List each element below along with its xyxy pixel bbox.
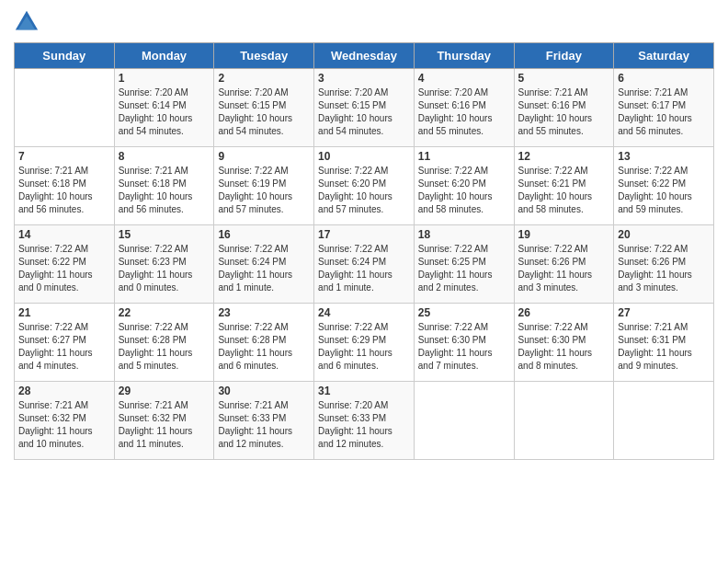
day-cell: 30Sunrise: 7:21 AM Sunset: 6:33 PM Dayli… bbox=[214, 382, 314, 460]
day-cell: 18Sunrise: 7:22 AM Sunset: 6:25 PM Dayli… bbox=[414, 225, 514, 304]
day-info: Sunrise: 7:21 AM Sunset: 6:33 PM Dayligh… bbox=[218, 399, 310, 451]
day-cell: 19Sunrise: 7:22 AM Sunset: 6:26 PM Dayli… bbox=[514, 225, 614, 304]
day-info: Sunrise: 7:22 AM Sunset: 6:22 PM Dayligh… bbox=[618, 165, 710, 216]
day-cell: 2Sunrise: 7:20 AM Sunset: 6:15 PM Daylig… bbox=[214, 69, 314, 147]
day-info: Sunrise: 7:22 AM Sunset: 6:24 PM Dayligh… bbox=[218, 243, 310, 294]
day-number: 28 bbox=[18, 385, 110, 397]
day-info: Sunrise: 7:22 AM Sunset: 6:28 PM Dayligh… bbox=[218, 321, 310, 373]
day-info: Sunrise: 7:21 AM Sunset: 6:32 PM Dayligh… bbox=[18, 399, 110, 451]
day-cell bbox=[15, 69, 115, 147]
week-row-1: 1Sunrise: 7:20 AM Sunset: 6:14 PM Daylig… bbox=[15, 69, 714, 147]
day-cell: 24Sunrise: 7:22 AM Sunset: 6:29 PM Dayli… bbox=[314, 304, 415, 382]
week-row-2: 7Sunrise: 7:21 AM Sunset: 6:18 PM Daylig… bbox=[15, 147, 714, 225]
day-number: 4 bbox=[418, 72, 510, 85]
day-cell: 15Sunrise: 7:22 AM Sunset: 6:23 PM Dayli… bbox=[114, 225, 214, 304]
day-number: 3 bbox=[318, 72, 410, 85]
header-cell-tuesday: Tuesday bbox=[214, 43, 314, 69]
day-cell: 23Sunrise: 7:22 AM Sunset: 6:28 PM Dayli… bbox=[214, 304, 314, 382]
day-info: Sunrise: 7:21 AM Sunset: 6:31 PM Dayligh… bbox=[618, 321, 710, 373]
day-info: Sunrise: 7:22 AM Sunset: 6:25 PM Dayligh… bbox=[418, 243, 510, 294]
day-cell: 29Sunrise: 7:21 AM Sunset: 6:32 PM Dayli… bbox=[114, 382, 214, 460]
day-info: Sunrise: 7:22 AM Sunset: 6:24 PM Dayligh… bbox=[318, 243, 410, 294]
header-row: SundayMondayTuesdayWednesdayThursdayFrid… bbox=[15, 43, 714, 69]
day-info: Sunrise: 7:22 AM Sunset: 6:30 PM Dayligh… bbox=[418, 321, 510, 373]
day-number: 18 bbox=[418, 228, 510, 241]
day-number: 8 bbox=[119, 150, 210, 163]
header-cell-wednesday: Wednesday bbox=[314, 43, 415, 69]
day-number: 10 bbox=[318, 150, 410, 163]
day-cell: 25Sunrise: 7:22 AM Sunset: 6:30 PM Dayli… bbox=[414, 304, 514, 382]
day-number: 20 bbox=[618, 228, 710, 241]
day-cell: 27Sunrise: 7:21 AM Sunset: 6:31 PM Dayli… bbox=[614, 304, 714, 382]
day-cell: 28Sunrise: 7:21 AM Sunset: 6:32 PM Dayli… bbox=[15, 382, 115, 460]
day-cell: 6Sunrise: 7:21 AM Sunset: 6:17 PM Daylig… bbox=[614, 69, 714, 147]
day-number: 12 bbox=[518, 150, 610, 163]
day-cell: 3Sunrise: 7:20 AM Sunset: 6:15 PM Daylig… bbox=[314, 69, 415, 147]
day-info: Sunrise: 7:22 AM Sunset: 6:20 PM Dayligh… bbox=[318, 165, 410, 216]
day-info: Sunrise: 7:22 AM Sunset: 6:26 PM Dayligh… bbox=[518, 243, 610, 294]
day-number: 17 bbox=[318, 228, 410, 241]
day-info: Sunrise: 7:22 AM Sunset: 6:20 PM Dayligh… bbox=[418, 165, 510, 216]
day-number: 31 bbox=[318, 385, 410, 397]
day-number: 24 bbox=[318, 306, 410, 319]
day-info: Sunrise: 7:22 AM Sunset: 6:26 PM Dayligh… bbox=[618, 243, 710, 294]
day-info: Sunrise: 7:21 AM Sunset: 6:17 PM Dayligh… bbox=[618, 86, 710, 138]
day-number: 11 bbox=[418, 150, 510, 163]
day-cell: 31Sunrise: 7:20 AM Sunset: 6:33 PM Dayli… bbox=[314, 382, 415, 460]
day-cell: 4Sunrise: 7:20 AM Sunset: 6:16 PM Daylig… bbox=[414, 69, 514, 147]
day-number: 14 bbox=[18, 228, 110, 241]
day-number: 29 bbox=[119, 385, 210, 397]
page-header bbox=[14, 9, 714, 35]
day-cell: 22Sunrise: 7:22 AM Sunset: 6:28 PM Dayli… bbox=[114, 304, 214, 382]
day-info: Sunrise: 7:22 AM Sunset: 6:23 PM Dayligh… bbox=[119, 243, 210, 294]
day-cell: 21Sunrise: 7:22 AM Sunset: 6:27 PM Dayli… bbox=[15, 304, 115, 382]
day-info: Sunrise: 7:22 AM Sunset: 6:22 PM Dayligh… bbox=[18, 243, 110, 294]
day-cell: 11Sunrise: 7:22 AM Sunset: 6:20 PM Dayli… bbox=[414, 147, 514, 225]
day-info: Sunrise: 7:22 AM Sunset: 6:28 PM Dayligh… bbox=[119, 321, 210, 373]
day-number: 27 bbox=[618, 306, 710, 319]
day-number: 1 bbox=[119, 72, 210, 85]
day-cell bbox=[614, 382, 714, 460]
day-cell: 20Sunrise: 7:22 AM Sunset: 6:26 PM Dayli… bbox=[614, 225, 714, 304]
day-cell bbox=[414, 382, 514, 460]
day-number: 7 bbox=[18, 150, 110, 163]
week-row-3: 14Sunrise: 7:22 AM Sunset: 6:22 PM Dayli… bbox=[15, 225, 714, 304]
day-number: 15 bbox=[119, 228, 210, 241]
day-number: 9 bbox=[218, 150, 310, 163]
header-cell-monday: Monday bbox=[114, 43, 214, 69]
day-number: 19 bbox=[518, 228, 610, 241]
day-number: 22 bbox=[119, 306, 210, 319]
day-cell: 10Sunrise: 7:22 AM Sunset: 6:20 PM Dayli… bbox=[314, 147, 415, 225]
day-cell bbox=[514, 382, 614, 460]
day-number: 2 bbox=[218, 72, 310, 85]
day-number: 26 bbox=[518, 306, 610, 319]
week-row-4: 21Sunrise: 7:22 AM Sunset: 6:27 PM Dayli… bbox=[15, 304, 714, 382]
day-cell: 26Sunrise: 7:22 AM Sunset: 6:30 PM Dayli… bbox=[514, 304, 614, 382]
day-number: 13 bbox=[618, 150, 710, 163]
header-cell-friday: Friday bbox=[514, 43, 614, 69]
day-info: Sunrise: 7:21 AM Sunset: 6:18 PM Dayligh… bbox=[18, 165, 110, 216]
day-info: Sunrise: 7:20 AM Sunset: 6:15 PM Dayligh… bbox=[218, 86, 310, 138]
day-number: 16 bbox=[218, 228, 310, 241]
day-cell: 12Sunrise: 7:22 AM Sunset: 6:21 PM Dayli… bbox=[514, 147, 614, 225]
day-info: Sunrise: 7:20 AM Sunset: 6:14 PM Dayligh… bbox=[119, 86, 210, 138]
day-info: Sunrise: 7:20 AM Sunset: 6:15 PM Dayligh… bbox=[318, 86, 410, 138]
day-number: 6 bbox=[618, 72, 710, 85]
day-number: 23 bbox=[218, 306, 310, 319]
day-cell: 9Sunrise: 7:22 AM Sunset: 6:19 PM Daylig… bbox=[214, 147, 314, 225]
day-cell: 8Sunrise: 7:21 AM Sunset: 6:18 PM Daylig… bbox=[114, 147, 214, 225]
day-info: Sunrise: 7:21 AM Sunset: 6:16 PM Dayligh… bbox=[518, 86, 610, 138]
day-info: Sunrise: 7:22 AM Sunset: 6:30 PM Dayligh… bbox=[518, 321, 610, 373]
day-number: 25 bbox=[418, 306, 510, 319]
day-info: Sunrise: 7:21 AM Sunset: 6:32 PM Dayligh… bbox=[119, 399, 210, 451]
day-cell: 1Sunrise: 7:20 AM Sunset: 6:14 PM Daylig… bbox=[114, 69, 214, 147]
day-info: Sunrise: 7:21 AM Sunset: 6:18 PM Dayligh… bbox=[119, 165, 210, 216]
day-number: 30 bbox=[218, 385, 310, 397]
day-info: Sunrise: 7:22 AM Sunset: 6:21 PM Dayligh… bbox=[518, 165, 610, 216]
day-number: 21 bbox=[18, 306, 110, 319]
day-cell: 16Sunrise: 7:22 AM Sunset: 6:24 PM Dayli… bbox=[214, 225, 314, 304]
day-cell: 7Sunrise: 7:21 AM Sunset: 6:18 PM Daylig… bbox=[15, 147, 115, 225]
header-cell-saturday: Saturday bbox=[614, 43, 714, 69]
day-info: Sunrise: 7:20 AM Sunset: 6:16 PM Dayligh… bbox=[418, 86, 510, 138]
calendar-table: SundayMondayTuesdayWednesdayThursdayFrid… bbox=[14, 42, 714, 460]
